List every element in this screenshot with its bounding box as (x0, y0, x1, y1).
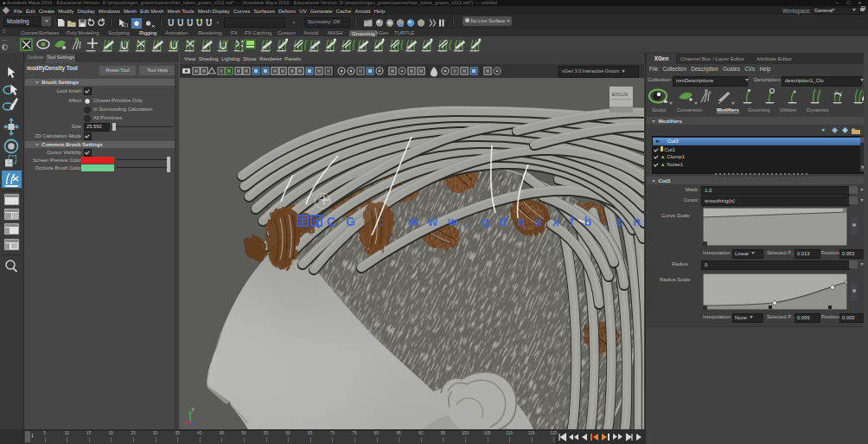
svg-text:EVCLUS: EVCLUS (612, 93, 628, 97)
